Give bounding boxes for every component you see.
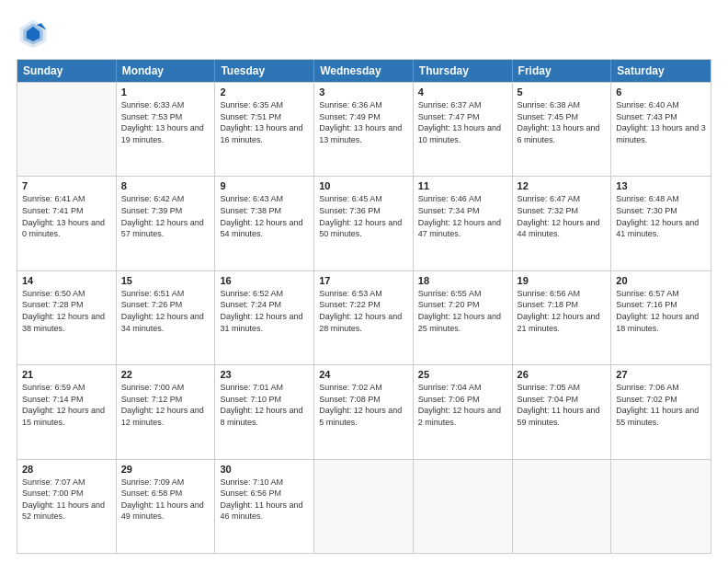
- daylight-text: Daylight: 13 hours and 10 minutes.: [418, 122, 507, 145]
- calendar-cell: 22Sunrise: 7:00 AMSunset: 7:12 PMDayligh…: [117, 365, 216, 458]
- calendar-week-5: 28Sunrise: 7:07 AMSunset: 7:00 PMDayligh…: [17, 459, 711, 553]
- calendar-cell: 7Sunrise: 6:41 AMSunset: 7:41 PMDaylight…: [17, 177, 117, 270]
- sunrise-text: Sunrise: 6:56 AM: [518, 288, 607, 300]
- day-info: Sunrise: 7:07 AMSunset: 7:00 PMDaylight:…: [22, 477, 111, 523]
- calendar-cell: 13Sunrise: 6:48 AMSunset: 7:30 PMDayligh…: [611, 177, 711, 270]
- daylight-text: Daylight: 12 hours and 34 minutes.: [121, 311, 210, 334]
- day-number: 2: [220, 86, 309, 98]
- sunrise-text: Sunrise: 6:45 AM: [319, 193, 408, 205]
- calendar-cell: 27Sunrise: 7:06 AMSunset: 7:02 PMDayligh…: [611, 365, 711, 458]
- sunrise-text: Sunrise: 7:00 AM: [121, 382, 210, 394]
- calendar-cell: 24Sunrise: 7:02 AMSunset: 7:08 PMDayligh…: [314, 365, 414, 458]
- calendar-cell: 21Sunrise: 6:59 AMSunset: 7:14 PMDayligh…: [17, 365, 117, 458]
- daylight-text: Daylight: 13 hours and 0 minutes.: [22, 217, 111, 240]
- calendar-cell: 25Sunrise: 7:04 AMSunset: 7:06 PMDayligh…: [414, 365, 513, 458]
- sunset-text: Sunset: 7:10 PM: [220, 394, 309, 406]
- daylight-text: Daylight: 12 hours and 44 minutes.: [518, 217, 607, 240]
- sunset-text: Sunset: 7:22 PM: [319, 299, 408, 311]
- day-info: Sunrise: 6:55 AMSunset: 7:20 PMDaylight:…: [418, 288, 507, 334]
- header-day-wednesday: Wednesday: [314, 60, 414, 82]
- calendar-cell: 23Sunrise: 7:01 AMSunset: 7:10 PMDayligh…: [215, 365, 314, 458]
- sunrise-text: Sunrise: 6:38 AM: [518, 99, 607, 111]
- sunset-text: Sunset: 7:41 PM: [22, 205, 111, 217]
- logo-icon: [17, 17, 50, 50]
- daylight-text: Daylight: 12 hours and 38 minutes.: [22, 311, 111, 334]
- daylight-text: Daylight: 12 hours and 41 minutes.: [616, 217, 706, 240]
- day-number: 26: [518, 369, 607, 380]
- header-day-saturday: Saturday: [611, 60, 711, 82]
- day-number: 16: [220, 275, 309, 286]
- sunrise-text: Sunrise: 6:37 AM: [418, 99, 507, 111]
- calendar-cell: 14Sunrise: 6:50 AMSunset: 7:28 PMDayligh…: [17, 271, 117, 364]
- calendar-cell: 15Sunrise: 6:51 AMSunset: 7:26 PMDayligh…: [117, 271, 216, 364]
- sunrise-text: Sunrise: 6:55 AM: [418, 288, 507, 300]
- day-info: Sunrise: 6:57 AMSunset: 7:16 PMDaylight:…: [616, 288, 706, 334]
- day-info: Sunrise: 7:09 AMSunset: 6:58 PMDaylight:…: [121, 477, 210, 523]
- calendar-cell: [17, 83, 117, 176]
- calendar-cell: 29Sunrise: 7:09 AMSunset: 6:58 PMDayligh…: [117, 460, 216, 553]
- calendar-cell: 30Sunrise: 7:10 AMSunset: 6:56 PMDayligh…: [215, 460, 314, 553]
- calendar-cell: 19Sunrise: 6:56 AMSunset: 7:18 PMDayligh…: [513, 271, 612, 364]
- sunset-text: Sunset: 6:56 PM: [220, 488, 309, 500]
- calendar-cell: 5Sunrise: 6:38 AMSunset: 7:45 PMDaylight…: [513, 83, 612, 176]
- sunrise-text: Sunrise: 6:59 AM: [22, 382, 111, 394]
- day-number: 15: [121, 275, 210, 286]
- day-info: Sunrise: 7:00 AMSunset: 7:12 PMDaylight:…: [121, 382, 210, 428]
- day-info: Sunrise: 7:10 AMSunset: 6:56 PMDaylight:…: [220, 477, 309, 523]
- daylight-text: Daylight: 13 hours and 6 minutes.: [518, 122, 607, 145]
- day-number: 12: [518, 180, 607, 191]
- calendar-cell: 26Sunrise: 7:05 AMSunset: 7:04 PMDayligh…: [513, 365, 612, 458]
- logo: [17, 17, 55, 50]
- day-number: 17: [319, 275, 408, 286]
- header-day-thursday: Thursday: [414, 60, 513, 82]
- daylight-text: Daylight: 11 hours and 55 minutes.: [616, 405, 706, 428]
- day-number: 4: [418, 86, 507, 98]
- day-number: 28: [22, 464, 111, 475]
- sunset-text: Sunset: 7:24 PM: [220, 299, 309, 311]
- day-number: 5: [518, 86, 607, 98]
- daylight-text: Daylight: 12 hours and 21 minutes.: [518, 311, 607, 334]
- sunset-text: Sunset: 7:34 PM: [418, 205, 507, 217]
- calendar-header: SundayMondayTuesdayWednesdayThursdayFrid…: [17, 60, 711, 82]
- day-number: 1: [121, 86, 210, 98]
- calendar-cell: [611, 460, 711, 553]
- daylight-text: Daylight: 11 hours and 49 minutes.: [121, 500, 210, 523]
- daylight-text: Daylight: 12 hours and 15 minutes.: [22, 405, 111, 428]
- calendar-body: 1Sunrise: 6:33 AMSunset: 7:53 PMDaylight…: [17, 82, 711, 553]
- day-number: 8: [121, 180, 210, 191]
- calendar-cell: 17Sunrise: 6:53 AMSunset: 7:22 PMDayligh…: [314, 271, 414, 364]
- day-info: Sunrise: 7:01 AMSunset: 7:10 PMDaylight:…: [220, 382, 309, 428]
- daylight-text: Daylight: 12 hours and 54 minutes.: [220, 217, 309, 240]
- day-number: 13: [616, 180, 706, 191]
- sunrise-text: Sunrise: 6:53 AM: [319, 288, 408, 300]
- day-info: Sunrise: 6:51 AMSunset: 7:26 PMDaylight:…: [121, 288, 210, 334]
- day-number: 19: [518, 275, 607, 286]
- day-number: 22: [121, 369, 210, 380]
- sunset-text: Sunset: 7:51 PM: [220, 111, 309, 123]
- sunset-text: Sunset: 7:49 PM: [319, 111, 408, 123]
- sunrise-text: Sunrise: 6:35 AM: [220, 99, 309, 111]
- day-number: 27: [616, 369, 706, 380]
- calendar-cell: 12Sunrise: 6:47 AMSunset: 7:32 PMDayligh…: [513, 177, 612, 270]
- day-number: 3: [319, 86, 408, 98]
- sunset-text: Sunset: 7:38 PM: [220, 205, 309, 217]
- day-info: Sunrise: 6:43 AMSunset: 7:38 PMDaylight:…: [220, 193, 309, 239]
- day-info: Sunrise: 6:46 AMSunset: 7:34 PMDaylight:…: [418, 193, 507, 239]
- day-info: Sunrise: 6:42 AMSunset: 7:39 PMDaylight:…: [121, 193, 210, 239]
- daylight-text: Daylight: 12 hours and 2 minutes.: [418, 405, 507, 428]
- day-info: Sunrise: 6:40 AMSunset: 7:43 PMDaylight:…: [616, 99, 706, 145]
- sunrise-text: Sunrise: 7:07 AM: [22, 477, 111, 488]
- day-number: 14: [22, 275, 111, 286]
- calendar-cell: 28Sunrise: 7:07 AMSunset: 7:00 PMDayligh…: [17, 460, 117, 553]
- daylight-text: Daylight: 13 hours and 3 minutes.: [616, 122, 706, 145]
- daylight-text: Daylight: 12 hours and 47 minutes.: [418, 217, 507, 240]
- day-number: 29: [121, 464, 210, 475]
- calendar: SundayMondayTuesdayWednesdayThursdayFrid…: [17, 59, 711, 554]
- day-number: 7: [22, 180, 111, 191]
- calendar-cell: 3Sunrise: 6:36 AMSunset: 7:49 PMDaylight…: [314, 83, 414, 176]
- calendar-cell: 1Sunrise: 6:33 AMSunset: 7:53 PMDaylight…: [117, 83, 216, 176]
- daylight-text: Daylight: 12 hours and 28 minutes.: [319, 311, 408, 334]
- daylight-text: Daylight: 12 hours and 57 minutes.: [121, 217, 210, 240]
- sunset-text: Sunset: 7:26 PM: [121, 299, 210, 311]
- sunset-text: Sunset: 7:45 PM: [518, 111, 607, 123]
